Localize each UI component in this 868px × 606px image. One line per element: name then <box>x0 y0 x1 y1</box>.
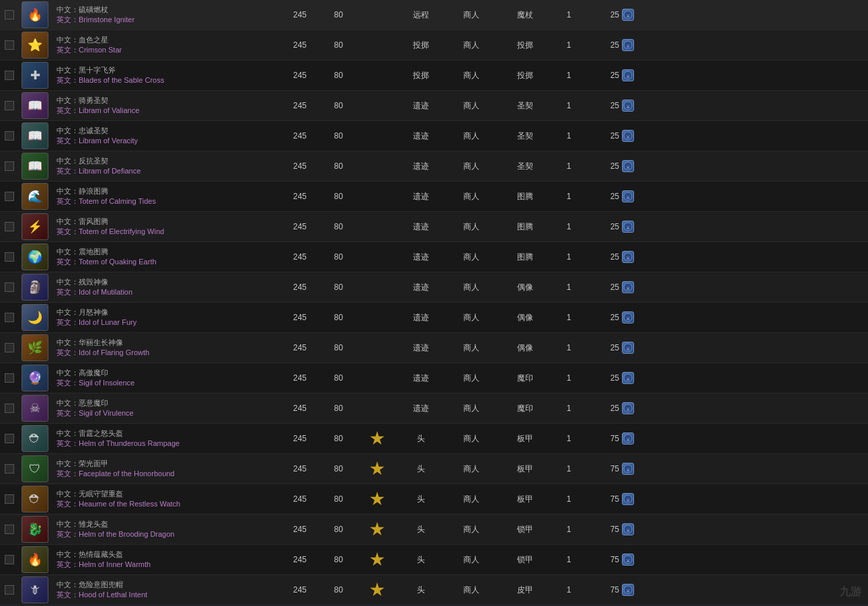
item-type: 图腾 <box>498 221 552 233</box>
table-row: ⚡ 中文：雷风图腾 英文：Totem of Electrifying Wind … <box>0 212 868 242</box>
currency-symbol-svg: ⚔ <box>623 131 633 141</box>
item-price: 25 ⚔ <box>586 9 639 21</box>
item-source: 商人 <box>444 433 498 445</box>
row-checkbox[interactable] <box>0 252 19 262</box>
currency-symbol-svg: ⚔ <box>623 313 633 322</box>
item-icon-container: 🐉 <box>19 515 51 544</box>
item-name-block: 中文：雏龙头盔 英文：Helm of the Brooding Dragon <box>51 517 280 543</box>
currency-icon: ⚔ <box>622 281 634 293</box>
row-checkbox[interactable] <box>0 555 19 564</box>
item-name-cn: 中文：硫磺燃杖 <box>56 5 274 15</box>
item-icon-container: 🌙 <box>19 303 51 332</box>
row-checkbox[interactable] <box>0 343 19 352</box>
item-icon: ✚ <box>22 62 48 89</box>
item-type: 魔印 <box>498 403 552 414</box>
row-checkbox[interactable] <box>0 525 19 534</box>
item-name-block: 中文：震地图腾 英文：Totem of Quaking Earth <box>51 244 280 270</box>
item-req-level: 80 <box>320 101 357 110</box>
item-count: 1 <box>552 192 586 201</box>
svg-text:⚔: ⚔ <box>626 498 630 502</box>
row-checkbox[interactable] <box>0 464 19 474</box>
currency-symbol-svg: ⚔ <box>623 555 633 564</box>
item-icon: 🛡 <box>22 455 48 482</box>
item-type: 魔印 <box>498 373 552 384</box>
row-checkbox[interactable] <box>0 40 19 50</box>
item-name-block: 中文：血色之星 英文：Crimson Star <box>51 32 280 59</box>
item-count: 1 <box>552 404 586 413</box>
item-source: 商人 <box>444 221 498 233</box>
item-ilvl: 245 <box>280 373 320 383</box>
item-type: 锁甲 <box>498 554 552 566</box>
currency-icon: ⚔ <box>622 130 634 142</box>
item-name-cn: 中文：危险意图兜帽 <box>56 580 274 590</box>
item-icon: 🐉 <box>22 516 48 543</box>
row-checkbox[interactable] <box>0 434 19 443</box>
currency-icon: ⚔ <box>622 221 634 233</box>
item-type: 圣契 <box>498 130 552 142</box>
item-count: 1 <box>552 282 586 292</box>
price-value: 25 <box>610 222 619 231</box>
currency-icon: ⚔ <box>622 39 634 51</box>
currency-icon: ⚔ <box>622 190 634 202</box>
item-icon: ⚡ <box>22 213 48 240</box>
price-value: 75 <box>610 434 619 443</box>
currency-symbol-svg: ⚔ <box>623 252 633 262</box>
row-checkbox[interactable] <box>0 101 19 110</box>
row-checkbox[interactable] <box>0 313 19 322</box>
row-checkbox[interactable] <box>0 494 19 504</box>
item-req-level: 80 <box>320 464 357 474</box>
item-icon: 📖 <box>22 153 48 180</box>
item-slot: 头 <box>397 494 444 505</box>
item-price: 25 ⚔ <box>586 160 639 172</box>
currency-symbol-svg: ⚔ <box>623 525 633 534</box>
row-checkbox[interactable] <box>0 10 19 20</box>
price-value: 25 <box>610 71 619 80</box>
row-checkbox[interactable] <box>0 161 19 171</box>
row-checkbox[interactable] <box>0 131 19 141</box>
svg-text:⚔: ⚔ <box>626 316 630 321</box>
row-checkbox[interactable] <box>0 282 19 292</box>
table-row: ⛑ 中文：无眠守望重盔 英文：Heaume of the Restless Wa… <box>0 484 868 515</box>
item-count: 1 <box>552 71 586 80</box>
item-type: 图腾 <box>498 191 552 202</box>
currency-symbol-svg: ⚔ <box>623 161 633 171</box>
svg-text:⚔: ⚔ <box>626 104 630 109</box>
item-icon: 🔥 <box>22 1 48 28</box>
item-ilvl: 245 <box>280 71 320 80</box>
item-type: 魔杖 <box>498 9 552 21</box>
svg-text:⚔: ⚔ <box>626 225 630 230</box>
item-count: 1 <box>552 494 586 504</box>
item-name-cn: 中文：高傲魔印 <box>56 368 274 378</box>
item-type: 偶像 <box>498 282 552 293</box>
item-slot: 遗迹 <box>397 252 444 263</box>
item-name-cn: 中文：骑勇圣契 <box>56 96 274 106</box>
item-slot: 遗迹 <box>397 282 444 293</box>
item-slot: 遗迹 <box>397 373 444 384</box>
row-checkbox[interactable] <box>0 373 19 383</box>
svg-text:⚔: ⚔ <box>626 558 630 563</box>
item-name-cn: 中文：恶意魔印 <box>56 398 274 408</box>
faction-icon <box>369 430 385 447</box>
item-type: 圣契 <box>498 161 552 172</box>
item-count: 1 <box>552 373 586 383</box>
row-checkbox[interactable] <box>0 71 19 80</box>
row-checkbox[interactable] <box>0 404 19 413</box>
item-name-block: 中文：华丽生长神像 英文：Idol of Flaring Growth <box>51 335 280 361</box>
item-name-cn: 中文：忠诚圣契 <box>56 126 274 136</box>
item-source: 商人 <box>444 554 498 566</box>
item-name-block: 中文：恶意魔印 英文：Sigil of Virulence <box>51 395 280 422</box>
item-icon-container: 📖 <box>19 91 51 120</box>
item-req-level: 80 <box>320 525 357 534</box>
svg-text:⚔: ⚔ <box>626 377 630 381</box>
item-icon-container: ⚡ <box>19 212 51 241</box>
item-name-block: 中文：雷霆之怒头盔 英文：Helm of Thunderous Rampage <box>51 426 280 452</box>
item-name-cn: 中文：荣光面甲 <box>56 459 274 469</box>
price-value: 25 <box>610 343 619 352</box>
item-req-level: 80 <box>320 222 357 231</box>
item-icon-container: 🔮 <box>19 363 51 393</box>
row-checkbox[interactable] <box>0 585 19 595</box>
currency-icon: ⚔ <box>622 554 634 566</box>
faction-icon <box>369 521 385 537</box>
row-checkbox[interactable] <box>0 192 19 201</box>
row-checkbox[interactable] <box>0 222 19 231</box>
